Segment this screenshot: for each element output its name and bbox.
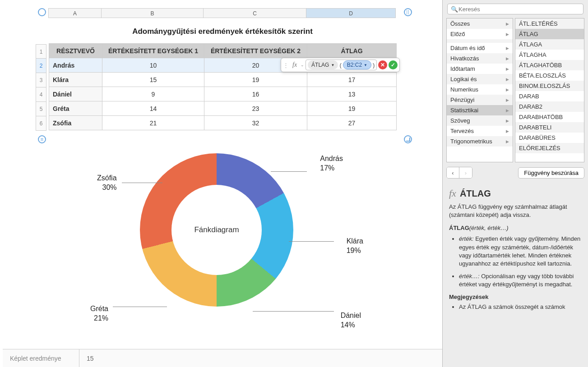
cell-name[interactable]: Dániel — [49, 87, 102, 101]
cell[interactable]: 17 — [307, 73, 397, 87]
row-header-5[interactable]: 5 — [36, 102, 46, 116]
formula-editor[interactable]: ⋮ fx ⌄ ÁTLAG▼ ( B2:C2▼ ) ✕ ✓ — [281, 58, 400, 72]
cell[interactable]: 27 — [307, 116, 397, 130]
nav-forward-button[interactable]: › — [459, 167, 472, 178]
row-header-6[interactable]: 6 — [36, 116, 46, 131]
status-value: 15 — [79, 355, 94, 362]
function-item[interactable]: ÁTLAGHA — [515, 50, 584, 60]
table-row: Dániel 9 16 13 — [49, 87, 397, 101]
cell[interactable]: 23 — [204, 101, 307, 116]
chevron-down-icon: ▼ — [364, 63, 367, 67]
function-item[interactable]: ELŐREJELZÉS — [515, 143, 584, 153]
category-item[interactable] — [447, 39, 513, 43]
cell-name[interactable]: Gréta — [49, 101, 102, 116]
category-item[interactable]: Trigonometrikus▶ — [447, 136, 513, 147]
row-header-1[interactable]: 1 — [36, 44, 46, 59]
category-list[interactable]: Összes▶ Előző▶ Dátum és idő▶ Hivatkozás▶… — [446, 18, 513, 162]
leader-line — [122, 183, 162, 183]
category-item[interactable]: Szöveg▶ — [447, 115, 513, 126]
category-item[interactable]: Összes▶ — [447, 18, 513, 29]
category-item[interactable]: Tervezés▶ — [447, 126, 513, 136]
help-title: fx ÁTLAG — [449, 188, 582, 199]
search-icon: 🔍 — [451, 6, 458, 13]
formula-function-token[interactable]: ÁTLAG▼ — [308, 60, 338, 69]
formula-input[interactable]: ÁTLAG▼ ( B2:C2▼ ) — [306, 60, 377, 70]
cell[interactable]: 19 — [307, 101, 397, 116]
search-input[interactable] — [447, 4, 583, 14]
table-header-row: RÉSZTVEVŐ ÉRTÉKESÍTETT EGYSÉGEK 1 ÉRTÉKE… — [49, 44, 397, 58]
table-row: Zsófia 21 32 27 — [49, 116, 397, 130]
chevron-right-icon: ▶ — [506, 87, 509, 92]
col-header-a[interactable]: A — [48, 8, 102, 18]
cell[interactable]: 13 — [307, 87, 397, 101]
function-item[interactable]: DARABTELI — [515, 122, 584, 133]
col-header-b[interactable]: B — [102, 8, 204, 18]
category-item[interactable]: Hivatkozás▶ — [447, 53, 513, 64]
cell-name[interactable]: Klára — [49, 73, 102, 87]
chevron-right-icon: ▶ — [506, 129, 509, 133]
category-item[interactable]: Statisztikai▶ — [447, 105, 513, 115]
function-item[interactable]: BÉTA.ELOSZLÁS — [515, 70, 584, 81]
category-item[interactable]: Numerikus▶ — [447, 84, 513, 95]
accept-formula-button[interactable]: ✓ — [389, 60, 398, 69]
col-header-d[interactable]: D — [306, 8, 396, 18]
function-item[interactable]: ÁTLAGHATÖBB — [515, 60, 584, 70]
chevron-right-icon: ▶ — [506, 108, 509, 113]
function-item[interactable]: DARAB2 — [515, 101, 584, 112]
table-corner-handle-tl[interactable] — [38, 8, 46, 16]
cell[interactable]: 32 — [204, 116, 307, 130]
chevron-right-icon: ▶ — [506, 46, 509, 50]
chart-label: Dániel14% — [341, 311, 361, 330]
insert-function-button[interactable]: Függvény beszúrása — [518, 167, 584, 179]
category-item[interactable]: Dátum és idő▶ — [447, 43, 513, 53]
category-item[interactable]: Előző▶ — [447, 29, 513, 39]
function-item[interactable]: ÁTL.ELTÉRÉS — [515, 18, 584, 29]
header-units2[interactable]: ÉRTÉKESÍTETT EGYSÉGEK 2 — [204, 44, 307, 58]
add-row-handle[interactable]: = — [38, 135, 46, 143]
cell[interactable]: 15 — [102, 73, 204, 87]
header-average[interactable]: ÁTLAG — [307, 44, 397, 58]
cancel-formula-button[interactable]: ✕ — [378, 60, 387, 69]
header-participant[interactable]: RÉSZTVEVŐ — [49, 44, 102, 58]
function-item[interactable]: DARAB — [515, 91, 584, 101]
col-header-c[interactable]: C — [204, 8, 306, 18]
cell[interactable]: 21 — [102, 116, 204, 130]
table-title[interactable]: Adománygyűjtési eredmények értékesítők s… — [49, 27, 396, 36]
function-help: fx ÁTLAG Az ÁTLAG függvény egy számhalma… — [443, 183, 588, 341]
function-list[interactable]: ÁTL.ELTÉRÉS ÁTLAG ÁTLAGA ÁTLAGHA ÁTLAGHA… — [515, 18, 584, 162]
help-description: Az ÁTLAG függvény egy számhalmaz átlagát… — [449, 203, 582, 219]
function-item[interactable]: BINOM.ELOSZLÁS — [515, 81, 584, 91]
chart-label: Klára19% — [347, 237, 363, 256]
chevron-right-icon: ▶ — [506, 32, 509, 37]
fx-icon: fx — [290, 61, 299, 69]
cell[interactable]: 9 — [102, 87, 204, 101]
leader-line — [113, 307, 167, 307]
row-header-2[interactable]: 2 — [36, 59, 46, 73]
chevron-right-icon: ▶ — [506, 119, 509, 123]
chevron-right-icon: ▶ — [506, 98, 509, 102]
category-item[interactable]: Időtartam▶ — [447, 64, 513, 74]
cell-name[interactable]: András — [49, 58, 102, 73]
category-item[interactable]: Logikai és▶ — [447, 74, 513, 84]
cell[interactable]: 14 — [102, 101, 204, 116]
nav-back-button[interactable]: ‹ — [447, 167, 459, 178]
category-item[interactable]: Pénzügyi▶ — [447, 95, 513, 105]
fx-dropdown-icon[interactable]: ⌄ — [301, 63, 304, 67]
row-header-4[interactable]: 4 — [36, 87, 46, 102]
cell[interactable]: 16 — [204, 87, 307, 101]
chart-label: András17% — [320, 154, 343, 173]
formula-reference-token[interactable]: B2:C2▼ — [343, 60, 371, 69]
cell[interactable]: 19 — [204, 73, 307, 87]
function-item[interactable]: DARABHATÖBB — [515, 112, 584, 122]
function-item[interactable]: DARABÜRES — [515, 133, 584, 143]
function-item[interactable]: ÁTLAG — [515, 29, 584, 39]
header-units1[interactable]: ÉRTÉKESÍTETT EGYSÉGEK 1 — [102, 44, 204, 58]
cell[interactable]: 10 — [102, 58, 204, 73]
row-header-3[interactable]: 3 — [36, 73, 46, 87]
table-corner-handle-br[interactable] — [404, 135, 412, 143]
function-item[interactable]: ÁTLAGA — [515, 39, 584, 50]
drag-handle-icon[interactable]: ⋮ — [283, 62, 289, 69]
add-column-handle[interactable]: || — [404, 8, 412, 16]
cell-name[interactable]: Zsófia — [49, 116, 102, 130]
donut-chart[interactable]: Fánkdiagram András17% Klára19% Dániel14%… — [59, 149, 375, 347]
